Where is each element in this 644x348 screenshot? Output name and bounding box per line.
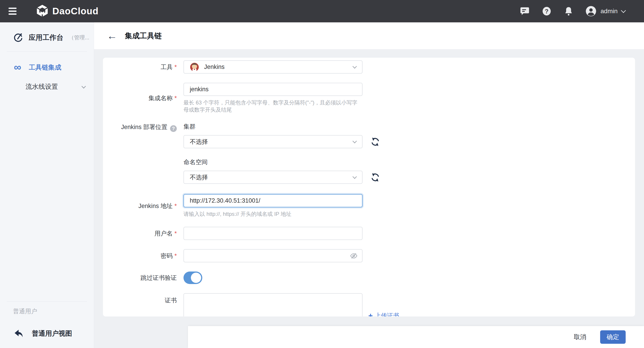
cancel-button[interactable]: 取消	[574, 333, 586, 341]
cluster-label: 集群	[184, 123, 385, 131]
workspace-title: 应用工作台	[29, 33, 63, 42]
top-header-bar: DaoCloud ?	[0, 0, 644, 22]
field-label-tool: 工具*	[103, 63, 177, 71]
field-label-address: Jenkins 地址*	[103, 202, 177, 210]
question-circle-icon[interactable]: ?	[170, 125, 177, 132]
namespace-label: 命名空间	[184, 158, 385, 166]
bell-icon[interactable]	[564, 6, 574, 16]
field-label-cert: 证书	[103, 293, 177, 304]
avatar-icon	[585, 5, 596, 17]
user-menu[interactable]: admin	[585, 5, 625, 17]
chevron-down-icon	[352, 139, 357, 143]
brand-name: DaoCloud	[52, 6, 98, 16]
password-input[interactable]	[184, 249, 362, 262]
user-role-label: 普通用户	[0, 307, 94, 315]
certificate-textarea[interactable]	[184, 293, 362, 317]
page-header: ← 集成工具链	[94, 22, 644, 49]
tool-select-value: Jenkins	[204, 63, 353, 70]
sidebar-item-label: 工具链集成	[29, 63, 61, 72]
back-arrow-icon[interactable]: ←	[107, 31, 117, 41]
eye-off-icon[interactable]	[350, 252, 358, 261]
chevron-down-icon	[621, 8, 626, 13]
field-label-deploy-location: Jenkins 部署位置?	[103, 123, 177, 132]
upload-cert-label: 上传证书	[375, 312, 399, 317]
page-title: 集成工具链	[125, 31, 162, 41]
divider	[7, 301, 87, 302]
namespace-select[interactable]: 不选择	[184, 171, 362, 184]
sidebar: 应用工作台 （管理... ∞ 工具链集成 流水线设置 普通用户 普通用户视图	[0, 22, 94, 348]
skip-cert-toggle[interactable]	[184, 272, 202, 284]
field-label-skip-cert: 跳过证书验证	[103, 274, 177, 282]
username-label: admin	[600, 7, 618, 15]
name-helper-text: 最长 63 个字符，只能包含小写字母、数字及分隔符("-")，且必须以小写字母或…	[184, 99, 362, 113]
form-card: 工具* Jenkins	[103, 58, 635, 317]
message-icon[interactable]	[520, 6, 530, 16]
workbench-icon	[13, 31, 23, 44]
content-area: 工具* Jenkins	[94, 49, 644, 326]
jenkins-address-input[interactable]	[184, 194, 362, 207]
workspace-switcher[interactable]: 应用工作台 （管理...	[0, 22, 94, 51]
upload-cert-link[interactable]: + 上传证书	[368, 312, 399, 317]
cluster-select[interactable]: 不选择	[184, 135, 362, 148]
workspace-suffix: （管理...	[69, 34, 89, 41]
field-label-password: 密码*	[103, 252, 177, 260]
toggle-knob	[191, 273, 201, 283]
brand-logo[interactable]: DaoCloud	[36, 4, 98, 18]
menu-icon[interactable]	[8, 6, 18, 16]
normal-user-view-link[interactable]: 普通用户视图	[0, 328, 94, 339]
refresh-icon[interactable]	[370, 172, 380, 183]
address-helper-text: 请输入以 http://, https:// 开头的域名或 IP 地址	[184, 210, 362, 218]
tool-select[interactable]: Jenkins	[184, 60, 362, 74]
sidebar-item-toolchain[interactable]: ∞ 工具链集成	[0, 58, 94, 77]
refresh-icon[interactable]	[370, 137, 380, 147]
infinity-icon: ∞	[14, 62, 21, 72]
field-label-name: 集成名称*	[103, 94, 177, 102]
username-input[interactable]	[184, 227, 362, 240]
user-view-label: 普通用户视图	[32, 329, 72, 338]
svg-text:?: ?	[545, 8, 548, 15]
help-icon[interactable]: ?	[542, 6, 552, 16]
return-arrow-icon	[12, 328, 24, 339]
daocloud-logo-icon	[36, 4, 49, 18]
cluster-select-value: 不选择	[190, 138, 353, 146]
jenkins-logo-icon	[190, 62, 199, 72]
field-label-username: 用户名*	[103, 230, 177, 238]
plus-icon: +	[368, 312, 373, 317]
confirm-button[interactable]: 确定	[600, 330, 626, 344]
chevron-down-icon	[352, 174, 357, 179]
namespace-select-value: 不选择	[190, 173, 353, 181]
chevron-down-icon	[352, 64, 357, 69]
sidebar-item-label: 流水线设置	[26, 82, 58, 91]
chevron-down-icon	[82, 84, 86, 89]
action-bar: 取消 确定	[188, 326, 644, 348]
sidebar-item-pipeline-settings[interactable]: 流水线设置	[0, 77, 94, 96]
integration-name-input[interactable]	[184, 83, 362, 96]
